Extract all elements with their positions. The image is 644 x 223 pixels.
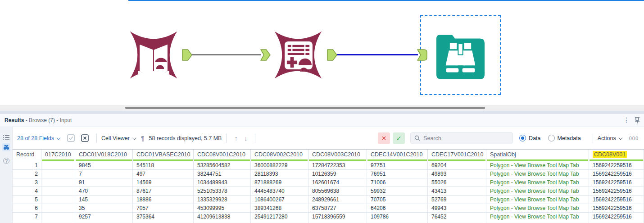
data-cell: 91: [75, 178, 133, 187]
canvas-horizontal-scrollbar[interactable]: [0, 105, 644, 111]
data-cell: 69204: [428, 161, 486, 169]
select-all-checkbox-icon[interactable]: [67, 134, 75, 142]
column-header-spatialobj[interactable]: SpatialObj: [486, 150, 589, 161]
data-quality-bar: [76, 159, 132, 161]
show-whitespace-icon[interactable]: ¶: [141, 135, 145, 142]
data-cell: 871888269: [251, 178, 308, 187]
data-cell: 510626402: [194, 221, 251, 223]
toolbar-separator: [593, 134, 593, 143]
fields-dropdown[interactable]: 28 of 28 Fields: [17, 135, 61, 141]
chevron-down-icon: [132, 135, 136, 139]
column-header-cdc08v001c2010[interactable]: CDC08V001C2010: [194, 150, 251, 161]
toolbar-separator: [226, 134, 227, 143]
data-cell: 49943: [428, 204, 486, 212]
search-input[interactable]: Search: [410, 132, 513, 144]
browse-tool[interactable]: [436, 31, 485, 79]
cell-viewer-dropdown[interactable]: Cell Viewer: [101, 135, 136, 141]
table-row[interactable]: 274973824475128118393101263597695149893P…: [13, 169, 644, 178]
data-cell: [41, 204, 75, 212]
data-cell: 4445483740: [251, 187, 308, 195]
data-cell: 162601674: [308, 178, 367, 187]
data-cell: 145: [75, 196, 133, 204]
table-row[interactable]: 6357057453099995389341268637587276420649…: [13, 204, 644, 212]
scrollbar-thumb[interactable]: [125, 107, 485, 109]
overflow-indicator[interactable]: 000: [629, 136, 639, 141]
connection-input-to-append[interactable]: [192, 54, 261, 55]
data-cell: [41, 161, 75, 169]
data-cell: [41, 187, 75, 195]
results-toolbar: 28 of 28 Fields Cell Viewer ¶ 58 records…: [13, 127, 644, 149]
data-cell: 35: [75, 204, 133, 212]
data-cell: 55026: [428, 178, 486, 187]
browse-view-icon[interactable]: [2, 143, 10, 151]
data-quality-bar: [133, 159, 193, 161]
panel-divider[interactable]: [0, 111, 644, 114]
data-radio[interactable]: [519, 135, 526, 141]
column-header-cdc01vbasec2010[interactable]: CDC01VBASEC2010: [133, 150, 194, 161]
column-header-017c2010[interactable]: 017C2010: [41, 150, 75, 161]
spatial-link-cell[interactable]: Polygon - View Browse Tool Map Tab: [486, 170, 589, 178]
spatial-link-cell[interactable]: Polygon - View Browse Tool Map Tab: [486, 204, 589, 212]
clear-selection-icon[interactable]: [81, 134, 89, 142]
table-row[interactable]: 5145188861335329928108640026724892966170…: [13, 195, 644, 204]
table-row[interactable]: 3911456910344899438718882691626016747100…: [13, 178, 644, 187]
data-cell: 248929661: [308, 196, 367, 204]
data-quality-bar: [428, 159, 485, 161]
column-header-cdc08v002c2010[interactable]: CDC08V002C2010: [251, 150, 308, 161]
data-cell: 805569638: [308, 187, 367, 195]
data-cell: 97751: [367, 161, 428, 169]
spatial-link-cell[interactable]: Polygon - View Browse Tool Map Tab: [486, 213, 589, 221]
table-row[interactable]: 7925737536441209613838254912172801571839…: [13, 212, 644, 221]
connection-append-to-browse[interactable]: [337, 54, 418, 55]
table-row[interactable]: 1984554511853285604582360008822291728472…: [13, 161, 644, 169]
column-header-cdec17v001c2010[interactable]: CDEC17V001C2010: [428, 150, 486, 161]
column-header-cdc08v003c2010[interactable]: CDC08V003C2010: [308, 150, 367, 161]
spatial-link-cell[interactable]: Polygon - View Browse Tool Map Tab: [486, 221, 589, 223]
spatial-link-cell[interactable]: Polygon - View Browse Tool Map Tab: [486, 178, 589, 187]
data-cell: 53285604582: [194, 161, 251, 169]
data-cell: 17: [75, 221, 133, 223]
data-cell: 1569242259516: [589, 204, 644, 212]
toolbar-separator: [255, 134, 255, 143]
data-cell: 52769: [428, 196, 486, 204]
help-icon[interactable]: ?: [3, 158, 9, 164]
allocate-input-tool[interactable]: [127, 29, 180, 81]
results-menu-icon[interactable]: ⋮: [623, 116, 630, 123]
pin-icon[interactable]: [634, 117, 640, 124]
spatial-link-cell[interactable]: Polygon - View Browse Tool Map Tab: [486, 161, 589, 169]
output-anchor-input-tool[interactable]: [182, 49, 192, 61]
spatial-link-cell[interactable]: Polygon - View Browse Tool Map Tab: [486, 187, 589, 195]
data-cell: 497: [133, 170, 194, 178]
cancel-button[interactable]: ✕: [378, 132, 390, 144]
data-cell: 9257: [75, 213, 133, 221]
column-header-cdec14v001c2010[interactable]: CDEC14V001C2010: [367, 150, 428, 161]
results-panel-header: Results - Browse (7) - Input ⋮: [0, 114, 644, 127]
data-cell: 1569242259516: [589, 170, 644, 178]
input-anchor-append-tool[interactable]: [260, 49, 271, 61]
search-icon: [414, 135, 420, 141]
workflow-canvas[interactable]: [0, 0, 644, 105]
output-anchor-append-tool[interactable]: [327, 49, 337, 61]
scroll-up-icon[interactable]: ↑: [234, 134, 238, 142]
data-quality-bar: [487, 159, 588, 161]
allocate-append-tool[interactable]: [272, 29, 324, 81]
apply-button[interactable]: ✓: [393, 132, 405, 144]
column-header-cdc01v018c2010[interactable]: CDC01V018C2010: [75, 150, 133, 161]
scroll-down-icon[interactable]: ↓: [244, 134, 248, 142]
table-row[interactable]: 4470876175251053378444548374080556963859…: [13, 187, 644, 195]
column-header-record[interactable]: Record: [13, 150, 41, 161]
record-number-cell: 4: [13, 187, 41, 195]
actions-dropdown[interactable]: Actions: [598, 135, 623, 141]
data-cell: 9906: [133, 221, 194, 223]
chevron-down-icon: [619, 135, 623, 139]
spatial-link-cell[interactable]: Polygon - View Browse Tool Map Tab: [486, 196, 589, 204]
table-row[interactable]: 8179906510626402457472818531535835154738…: [13, 221, 644, 223]
data-cell: [41, 178, 75, 187]
input-anchor-browse-tool[interactable]: [417, 49, 427, 61]
data-quality-bar: [194, 159, 250, 161]
profile-list-icon[interactable]: [2, 133, 10, 141]
data-quality-bar: [251, 159, 308, 161]
data-cell: 453099995: [194, 204, 251, 212]
metadata-radio[interactable]: [548, 135, 555, 141]
column-header-cdc08v001[interactable]: CDC08V001: [589, 150, 644, 161]
